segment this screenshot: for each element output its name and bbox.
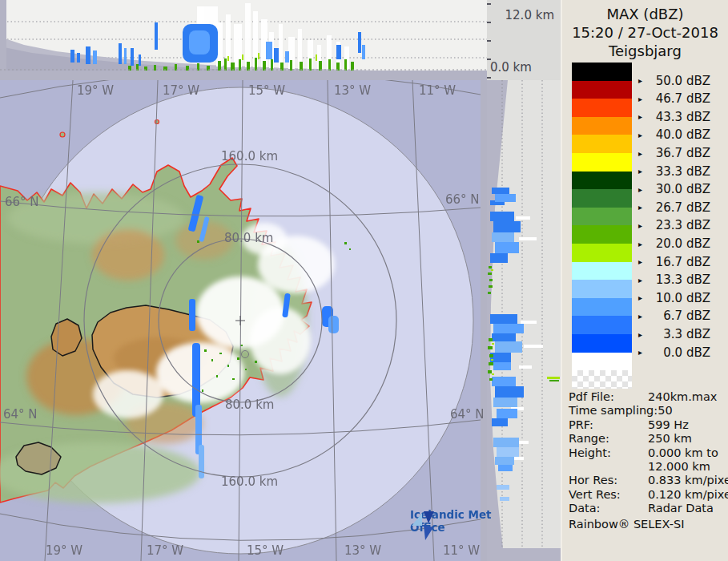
threshold-arrow-icon: ▸: [638, 76, 648, 85]
legend-band-0: [572, 63, 632, 81]
axis-tick: [487, 22, 491, 23]
axis-tick: [487, 3, 491, 5]
legend-label-text: 43.3 dBZ: [648, 110, 710, 124]
lon-label-top: 11° W: [419, 83, 456, 98]
threshold-arrow-icon: ▸: [638, 167, 648, 176]
ring-label-80-bottom: 80.0 km: [225, 398, 274, 412]
legend-band-2: [572, 99, 632, 117]
metadata-key: Time sampling:: [569, 404, 658, 418]
radar-station-name: Teigsbjarg: [562, 42, 728, 59]
lat-label-left: 66° N: [5, 195, 39, 209]
top-profile-panel: [0, 0, 487, 71]
legend-band-white: [572, 353, 632, 370]
lon-label-bottom: 15° W: [247, 543, 284, 558]
axis-tick: [487, 40, 491, 42]
lon-label-top: 13° W: [334, 83, 371, 98]
legend-label-10: ▸16.7 dBZ: [638, 255, 710, 269]
metadata-key: Range:: [569, 432, 648, 446]
metadata-key: Data:: [569, 502, 648, 515]
legend-label-15: ▸0.0 dBZ: [638, 345, 710, 360]
axis-tick: [487, 77, 491, 79]
legend-band-6: [572, 172, 632, 190]
legend-label-text: 36.7 dBZ: [648, 146, 710, 160]
map-right-border: [481, 71, 487, 561]
threshold-arrow-icon: ▸: [638, 112, 648, 121]
legend-band-14: [572, 316, 632, 334]
legend-label-4: ▸36.7 dBZ: [638, 146, 710, 160]
legend-label-9: ▸20.0 dBZ: [638, 236, 710, 251]
threshold-arrow-icon: ▸: [638, 95, 648, 103]
metadata-key: Vert Res:: [569, 488, 648, 502]
legend-band-7: [572, 189, 632, 208]
legend-label-text: 26.7 dBZ: [648, 200, 710, 215]
legend-label-text: 20.0 dBZ: [648, 236, 710, 251]
radar-map-panel: 19° W 17° W 15° W 13° W 11° W 19° W 17° …: [0, 80, 481, 561]
lat-label-right: 64° N: [450, 407, 485, 422]
lon-label-bottom: 19° W: [46, 543, 82, 558]
legend-label-text: 40.0 dBZ: [648, 127, 710, 142]
metadata-key: [569, 460, 648, 474]
legend-label-5: ▸33.3 dBZ: [638, 164, 710, 179]
legend-label-2: ▸43.3 dBZ: [638, 110, 710, 124]
metadata-key: Pdf File:: [569, 390, 648, 404]
ring-label-80-top: 80.0 km: [224, 231, 273, 245]
legend-label-11: ▸13.3 dBZ: [638, 272, 710, 287]
metadata-value: 599 Hz: [648, 418, 689, 432]
threshold-arrow-icon: ▸: [638, 276, 648, 285]
legend-label-text: 16.7 dBZ: [648, 255, 710, 269]
lon-label-top: 17° W: [163, 83, 199, 98]
threshold-arrow-icon: ▸: [638, 203, 648, 212]
metadata-value: Radar Data: [648, 502, 714, 515]
met-office-logo: Icelandic Met Office: [410, 508, 492, 534]
legend-label-13: ▸6.7 dBZ: [638, 309, 710, 323]
metadata-value: 240km.max: [648, 390, 717, 404]
metadata-value: 0.000 km to: [648, 446, 718, 460]
legend-label-text: 30.0 dBZ: [648, 182, 710, 196]
legend-band-15: [572, 334, 632, 353]
axis-min-height-label: 0.0 km: [490, 60, 532, 75]
metadata-row-5: 12.000 km: [569, 460, 727, 474]
threshold-arrow-icon: ▸: [638, 312, 648, 321]
metadata-key: Height:: [569, 446, 648, 460]
legend-swatches: [572, 63, 632, 389]
legend-label-text: 46.7 dBZ: [648, 91, 710, 106]
legend-band-9: [572, 225, 632, 244]
profile-bottom-frame: [487, 548, 561, 561]
height-axis-panel: 12.0 km 0.0 km: [487, 0, 561, 80]
legend-label-1: ▸46.7 dBZ: [638, 91, 710, 106]
legend-label-text: 0.0 dBZ: [648, 345, 710, 360]
threshold-arrow-icon: ▸: [638, 185, 648, 194]
legend-label-7: ▸26.7 dBZ: [638, 200, 710, 215]
threshold-arrow-icon: ▸: [638, 240, 648, 248]
threshold-arrow-icon: ▸: [638, 330, 648, 339]
radar-display-window: 12.0 km 0.0 km: [0, 0, 728, 561]
product-datetime: 15:20 / 27-Oct-2018: [562, 24, 728, 41]
metadata-row-2: PRF:599 Hz: [569, 418, 727, 432]
threshold-arrow-icon: ▸: [638, 221, 648, 230]
lon-label-bottom: 13° W: [344, 543, 381, 558]
legend-label-6: ▸30.0 dBZ: [638, 182, 710, 196]
legend-label-8: ▸23.3 dBZ: [638, 218, 710, 232]
legend-label-text: 13.3 dBZ: [648, 272, 710, 287]
ring-label-160-top: 160.0 km: [221, 149, 278, 163]
lat-label-right: 66° N: [445, 192, 480, 207]
legend-band-5: [572, 153, 632, 172]
metadata-value: 250 km: [648, 432, 692, 446]
lon-label-top: 19° W: [77, 83, 114, 98]
threshold-arrow-icon: ▸: [638, 149, 648, 158]
metadata-row-7: Vert Res:0.120 km/pixel: [569, 488, 727, 502]
metadata-row-8: Data:Radar Data: [569, 502, 727, 515]
axis-max-height-label: 12.0 km: [505, 8, 554, 22]
profile-left-frame: [0, 0, 6, 71]
legend-band-12: [572, 280, 632, 298]
threshold-arrow-icon: ▸: [638, 348, 648, 357]
metadata-key: Hor Res:: [569, 474, 648, 487]
threshold-arrow-icon: ▸: [638, 131, 648, 139]
metadata-value: 50: [658, 404, 672, 418]
ring-label-160-bottom: 160.0 km: [221, 474, 278, 489]
legend-label-3: ▸40.0 dBZ: [638, 127, 710, 142]
metadata-row-3: Range:250 km: [569, 432, 727, 446]
met-office-logo-mark: [410, 508, 437, 547]
legend-label-text: 6.7 dBZ: [648, 309, 710, 323]
lon-label-bottom: 17° W: [147, 543, 183, 558]
